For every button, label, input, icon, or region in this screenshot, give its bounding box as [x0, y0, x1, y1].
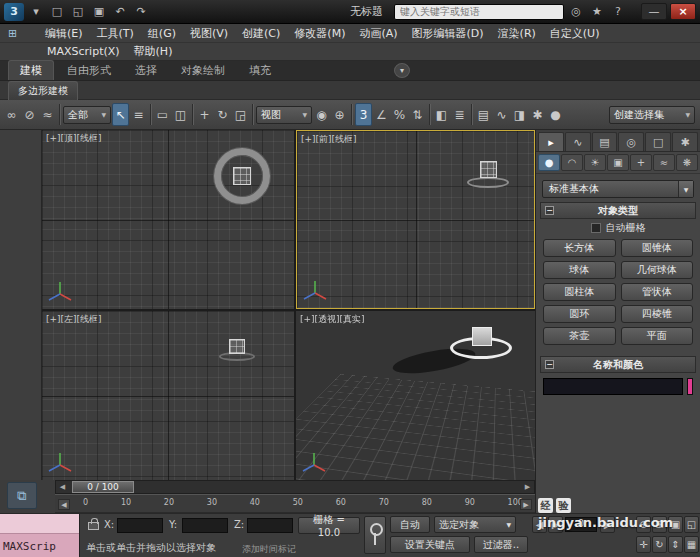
- viewport-top[interactable]: [+][顶][线框]: [42, 130, 294, 309]
- trackbar-right-icon[interactable]: ▶: [520, 499, 532, 510]
- grid-size-button[interactable]: 栅格 = 10.0: [298, 517, 360, 534]
- tab-utilities-icon[interactable]: ✱: [672, 132, 698, 151]
- z-coordinate-field[interactable]: [247, 518, 293, 533]
- time-slider[interactable]: ◀ 0 / 100 ▶: [55, 480, 535, 494]
- favorites-star-icon[interactable]: ★: [588, 3, 606, 20]
- btn-box[interactable]: 长方体: [543, 239, 616, 257]
- nav-dolly-icon[interactable]: ⇕: [668, 536, 683, 553]
- box-object[interactable]: [229, 339, 245, 354]
- torus-object[interactable]: [467, 177, 509, 188]
- x-coordinate-field[interactable]: [117, 518, 163, 533]
- autogrid-checkbox[interactable]: [591, 223, 601, 233]
- nav-maximize-icon[interactable]: ▦: [684, 536, 699, 553]
- viewport-label-left[interactable]: [+][左][线框]: [46, 313, 102, 326]
- category-cameras-icon[interactable]: ▣: [607, 154, 629, 171]
- select-object-icon[interactable]: ↖: [112, 103, 129, 126]
- menu-graph-editors[interactable]: 图形编辑器(D): [405, 26, 491, 41]
- angle-snap-icon[interactable]: ∠: [373, 103, 390, 126]
- btn-teapot[interactable]: 茶壶: [543, 327, 616, 345]
- btn-pyramid[interactable]: 四棱锥: [621, 305, 694, 323]
- open-file-icon[interactable]: ◱: [69, 3, 87, 20]
- key-filters-button[interactable]: 过滤器..: [474, 536, 528, 553]
- help-icon[interactable]: ?: [609, 3, 627, 20]
- reference-coordinate-dropdown[interactable]: 视图 ▼: [256, 106, 312, 124]
- btn-torus[interactable]: 圆环: [543, 305, 616, 323]
- bind-to-spacewarp-icon[interactable]: ≈: [39, 103, 56, 126]
- rollout-name-color[interactable]: − 名称和颜色: [540, 356, 696, 373]
- nav-zoom-extents-icon[interactable]: ▣: [668, 516, 683, 533]
- box-object[interactable]: [233, 167, 251, 185]
- maxscript-mini-listener[interactable]: MAXScrip: [0, 514, 80, 557]
- menu-tools[interactable]: 工具(T): [90, 26, 141, 41]
- snap-toggle-icon[interactable]: 3: [355, 103, 372, 126]
- viewport-left[interactable]: [+][左][线框]: [42, 311, 294, 480]
- select-and-scale-icon[interactable]: ◲: [232, 103, 249, 126]
- category-helpers-icon[interactable]: +: [630, 154, 652, 171]
- ribbon-minimize-icon[interactable]: ▾: [394, 63, 410, 78]
- redo-icon[interactable]: ↷: [132, 3, 150, 20]
- trackbar-left-icon[interactable]: ◀: [58, 499, 70, 510]
- track-bar[interactable]: ◀ 0 10 20 30 40 50 60 70 80 90 100 ▶: [55, 494, 535, 513]
- category-geometry-icon[interactable]: ●: [538, 154, 560, 171]
- box-object[interactable]: [472, 327, 492, 346]
- nav-orbit-icon[interactable]: ↻: [652, 536, 667, 553]
- viewport-label-top[interactable]: [+][顶][线框]: [46, 132, 102, 145]
- ribbon-tab-modeling[interactable]: 建模: [8, 60, 54, 80]
- rollout-object-type[interactable]: − 对象类型: [540, 202, 696, 219]
- menu-customize[interactable]: 自定义(U): [543, 26, 607, 41]
- nav-zoom-all-icon[interactable]: ⊞: [652, 516, 667, 533]
- minimize-button[interactable]: —: [641, 3, 667, 20]
- select-by-name-icon[interactable]: ≡: [130, 103, 147, 126]
- new-scene-icon[interactable]: □: [48, 3, 66, 20]
- undo-icon[interactable]: ↶: [111, 3, 129, 20]
- current-frame-field[interactable]: 0: [565, 517, 597, 532]
- nav-zoom-region-icon[interactable]: ◱: [684, 516, 699, 533]
- object-color-swatch[interactable]: [687, 378, 693, 395]
- viewport-perspective[interactable]: [+][透视][真实]: [296, 311, 535, 480]
- render-setup-icon[interactable]: ✱: [529, 103, 546, 126]
- viewport-front[interactable]: [+][前][线框]: [296, 130, 535, 309]
- y-coordinate-field[interactable]: [182, 518, 228, 533]
- mirror-icon[interactable]: ◧: [433, 103, 450, 126]
- menu-modifiers[interactable]: 修改器(M): [287, 26, 352, 41]
- layer-manager-icon[interactable]: ▤: [475, 103, 492, 126]
- ribbon-tab-object-paint[interactable]: 对象绘制: [170, 61, 236, 80]
- named-selection-sets-dropdown[interactable]: 创建选择集 ▼: [609, 106, 695, 124]
- go-to-start-icon[interactable]: ◀: [532, 516, 547, 533]
- tab-modify-icon[interactable]: ∿: [565, 132, 591, 151]
- window-crossing-icon[interactable]: ◫: [172, 103, 189, 126]
- workspace-icon[interactable]: ⊞: [8, 27, 17, 40]
- tab-motion-icon[interactable]: ◎: [618, 132, 644, 151]
- menu-group[interactable]: 组(G): [141, 26, 183, 41]
- menu-animation[interactable]: 动画(A): [352, 26, 404, 41]
- curve-editor-icon[interactable]: ∿: [493, 103, 510, 126]
- menu-create[interactable]: 创建(C): [235, 26, 287, 41]
- menu-views[interactable]: 视图(V): [183, 26, 235, 41]
- play-icon[interactable]: ▶: [548, 516, 563, 533]
- btn-cylinder[interactable]: 圆柱体: [543, 283, 616, 301]
- selected-objects-dropdown[interactable]: 选定对象 ▼: [434, 516, 516, 533]
- btn-geosphere[interactable]: 几何球体: [621, 261, 694, 279]
- time-forward-icon[interactable]: ▶: [522, 482, 533, 492]
- rectangular-selection-icon[interactable]: ▭: [154, 103, 171, 126]
- btn-cone[interactable]: 圆锥体: [621, 239, 694, 257]
- primitive-category-dropdown[interactable]: 标准基本体 ▼: [542, 180, 694, 198]
- app-menu-arrow-icon[interactable]: ▾: [27, 3, 45, 20]
- viewport-label-perspective[interactable]: [+][透视][真实]: [300, 313, 365, 326]
- menu-maxscript[interactable]: MAXScript(X): [40, 45, 127, 58]
- use-pivot-center-icon[interactable]: ◉: [313, 103, 330, 126]
- auto-key-button[interactable]: 自动: [390, 516, 430, 533]
- btn-plane[interactable]: 平面: [621, 327, 694, 345]
- viewport-layout-icon[interactable]: ⧉: [7, 482, 37, 509]
- tab-hierarchy-icon[interactable]: ▤: [592, 132, 618, 151]
- viewport-label-front[interactable]: [+][前][线框]: [301, 133, 357, 146]
- close-button[interactable]: ×: [670, 3, 696, 20]
- ribbon-tab-selection[interactable]: 选择: [124, 61, 168, 80]
- selection-lock-icon[interactable]: [88, 522, 99, 530]
- add-time-tag[interactable]: 添加时间标记: [242, 543, 296, 556]
- nav-pan-icon[interactable]: ✛: [636, 536, 651, 553]
- category-spacewarps-icon[interactable]: ≈: [653, 154, 675, 171]
- menu-help[interactable]: 帮助(H): [127, 44, 180, 59]
- polygon-modeling-panel[interactable]: 多边形建模: [8, 81, 78, 100]
- category-shapes-icon[interactable]: ◠: [561, 154, 583, 171]
